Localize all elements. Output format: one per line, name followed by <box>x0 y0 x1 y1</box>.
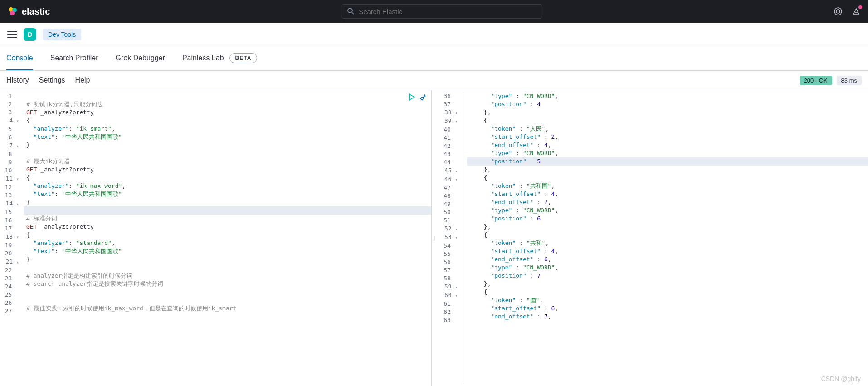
elastic-logo-icon <box>7 6 18 17</box>
request-actions <box>408 93 428 101</box>
request-gutter: 1 2 3 4 ▾ 5 6 7 ▴ 8 9 10 11 ▾ 12 13 14 ▴… <box>0 90 24 386</box>
tab-painless-lab[interactable]: Painless Lab BETA <box>182 53 257 71</box>
response-code[interactable]: "type" : "CN_WORD", "position" : 4 }, { … <box>467 90 868 386</box>
svg-point-3 <box>348 8 352 13</box>
console-toolbar: History Settings Help 200 - OK 83 ms <box>0 71 868 90</box>
play-icon[interactable] <box>408 93 416 101</box>
svg-line-4 <box>352 12 354 14</box>
response-editor: 36 37 38 ▴ 39 ▾ 40 41 42 43 44 45 ▴ 46 ▾… <box>437 90 868 386</box>
top-bar: elastic <box>0 0 868 23</box>
wrench-icon[interactable] <box>419 93 428 101</box>
devtools-tabs: Console Search Profiler Grok Debugger Pa… <box>0 46 868 71</box>
tab-grok-debugger[interactable]: Grok Debugger <box>116 54 165 70</box>
elastic-logo[interactable]: elastic <box>7 6 50 17</box>
tab-console[interactable]: Console <box>6 54 33 70</box>
fold-bar <box>463 90 467 386</box>
history-link[interactable]: History <box>6 76 29 84</box>
request-editor[interactable]: 1 2 3 4 ▾ 5 6 7 ▴ 8 9 10 11 ▾ 12 13 14 ▴… <box>0 90 432 386</box>
search-wrap <box>50 4 834 19</box>
beta-badge: BETA <box>229 53 258 63</box>
devtools-breadcrumb[interactable]: Dev Tools <box>43 29 81 40</box>
response-gutter: 36 37 38 ▴ 39 ▾ 40 41 42 43 44 45 ▴ 46 ▾… <box>437 90 463 386</box>
sub-bar: D Dev Tools <box>0 23 868 46</box>
search-icon <box>347 7 354 16</box>
svg-point-2 <box>10 11 15 15</box>
status-time-badge: 83 ms <box>837 76 862 85</box>
splitter-handle[interactable]: | | <box>433 235 435 241</box>
request-code[interactable]: # 测试ik分词器,只能分词法GET _analyze?pretty{ "ana… <box>24 90 431 386</box>
watermark: CSDN @gblfy <box>821 375 861 382</box>
tab-painless-label: Painless Lab <box>182 54 224 62</box>
help-link[interactable]: Help <box>75 76 90 84</box>
svg-point-5 <box>834 8 842 15</box>
brand-text: elastic <box>22 6 50 17</box>
newsfeed-icon[interactable] <box>852 7 861 16</box>
svg-point-6 <box>836 10 840 13</box>
space-badge[interactable]: D <box>24 28 36 41</box>
help-icon[interactable] <box>834 7 843 16</box>
top-icons <box>834 7 861 16</box>
tab-search-profiler[interactable]: Search Profiler <box>50 54 98 70</box>
settings-link[interactable]: Settings <box>39 76 65 84</box>
notification-dot <box>858 5 862 9</box>
status-area: 200 - OK 83 ms <box>800 76 862 85</box>
global-search[interactable] <box>341 4 542 19</box>
nav-menu-icon[interactable] <box>7 29 17 39</box>
status-code-badge: 200 - OK <box>800 76 832 85</box>
editors-split: 1 2 3 4 ▾ 5 6 7 ▴ 8 9 10 11 ▾ 12 13 14 ▴… <box>0 90 868 386</box>
search-input[interactable] <box>359 8 536 15</box>
